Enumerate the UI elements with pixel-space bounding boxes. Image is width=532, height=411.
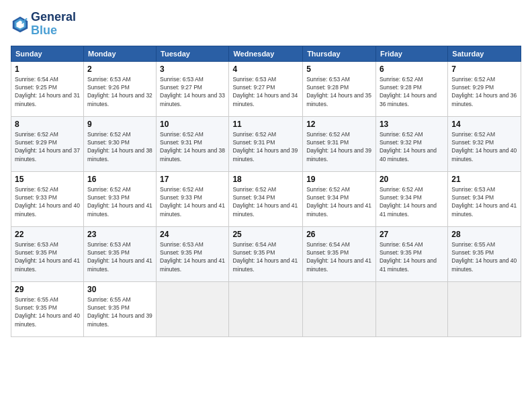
header: General Blue [11,11,521,38]
calendar-cell: 11 Sunrise: 6:52 AM Sunset: 9:31 PM Dayl… [229,116,303,171]
day-number: 14 [451,120,517,129]
day-number: 18 [232,175,299,184]
day-info: Sunrise: 6:55 AM Sunset: 9:35 PM Dayligh… [15,295,80,328]
day-number: 22 [15,230,80,239]
day-info: Sunrise: 6:54 AM Sunset: 9:35 PM Dayligh… [232,240,299,273]
day-number: 4 [232,64,299,74]
day-info: Sunrise: 6:52 AM Sunset: 9:32 PM Dayligh… [451,130,517,163]
day-info: Sunrise: 6:52 AM Sunset: 9:31 PM Dayligh… [160,130,225,163]
day-info: Sunrise: 6:52 AM Sunset: 9:31 PM Dayligh… [306,130,372,163]
logo-icon [11,15,30,34]
calendar-cell [448,281,521,336]
day-info: Sunrise: 6:53 AM Sunset: 9:34 PM Dayligh… [451,185,517,218]
calendar-cell: 23 Sunrise: 6:53 AM Sunset: 9:35 PM Dayl… [83,226,156,281]
calendar-cell: 25 Sunrise: 6:54 AM Sunset: 9:35 PM Dayl… [229,226,303,281]
calendar-cell: 6 Sunrise: 6:52 AM Sunset: 9:28 PM Dayli… [375,61,447,116]
day-number: 23 [87,230,152,239]
day-number: 19 [306,175,372,184]
calendar-cell: 4 Sunrise: 6:53 AM Sunset: 9:27 PM Dayli… [229,61,303,116]
day-info: Sunrise: 6:52 AM Sunset: 9:29 PM Dayligh… [451,75,517,108]
day-info: Sunrise: 6:52 AM Sunset: 9:31 PM Dayligh… [232,130,299,163]
day-number: 15 [15,175,80,184]
calendar-cell: 15 Sunrise: 6:52 AM Sunset: 9:33 PM Dayl… [11,171,84,226]
day-number: 8 [15,120,80,129]
calendar-week-1: 1 Sunrise: 6:54 AM Sunset: 9:25 PM Dayli… [11,61,521,116]
calendar-week-4: 22 Sunrise: 6:53 AM Sunset: 9:35 PM Dayl… [11,226,521,281]
day-number: 6 [380,64,444,74]
day-info: Sunrise: 6:53 AM Sunset: 9:35 PM Dayligh… [160,240,225,273]
day-info: Sunrise: 6:52 AM Sunset: 9:32 PM Dayligh… [380,130,444,163]
day-info: Sunrise: 6:55 AM Sunset: 9:35 PM Dayligh… [87,295,152,328]
calendar-header-wednesday: Wednesday [229,46,303,61]
calendar-week-3: 15 Sunrise: 6:52 AM Sunset: 9:33 PM Dayl… [11,171,521,226]
day-number: 29 [15,285,80,294]
day-info: Sunrise: 6:52 AM Sunset: 9:29 PM Dayligh… [15,130,80,163]
logo-text: General Blue [31,11,76,38]
calendar-cell [375,281,447,336]
calendar-header-thursday: Thursday [303,46,376,61]
day-number: 21 [451,175,517,184]
calendar-cell: 22 Sunrise: 6:53 AM Sunset: 9:35 PM Dayl… [11,226,84,281]
calendar-week-2: 8 Sunrise: 6:52 AM Sunset: 9:29 PM Dayli… [11,116,521,171]
day-number: 16 [87,175,152,184]
day-number: 27 [380,230,444,239]
calendar-header-sunday: Sunday [11,46,84,61]
day-number: 9 [87,120,152,129]
calendar-cell: 30 Sunrise: 6:55 AM Sunset: 9:35 PM Dayl… [83,281,156,336]
calendar-header-tuesday: Tuesday [157,46,229,61]
day-info: Sunrise: 6:53 AM Sunset: 9:27 PM Dayligh… [232,75,299,108]
calendar-cell [229,281,303,336]
day-info: Sunrise: 6:52 AM Sunset: 9:30 PM Dayligh… [87,130,152,163]
calendar-header-friday: Friday [375,46,447,61]
calendar-cell: 17 Sunrise: 6:52 AM Sunset: 9:33 PM Dayl… [157,171,229,226]
calendar-cell: 26 Sunrise: 6:54 AM Sunset: 9:35 PM Dayl… [303,226,376,281]
day-info: Sunrise: 6:53 AM Sunset: 9:26 PM Dayligh… [87,75,152,108]
logo: General Blue [11,11,76,38]
day-info: Sunrise: 6:52 AM Sunset: 9:34 PM Dayligh… [306,185,372,218]
day-number: 13 [380,120,444,129]
day-number: 3 [160,64,225,74]
calendar-header-monday: Monday [83,46,156,61]
day-info: Sunrise: 6:52 AM Sunset: 9:28 PM Dayligh… [380,75,444,108]
calendar-cell: 1 Sunrise: 6:54 AM Sunset: 9:25 PM Dayli… [11,61,84,116]
day-number: 25 [232,230,299,239]
calendar-header-row: SundayMondayTuesdayWednesdayThursdayFrid… [11,46,521,61]
day-number: 11 [232,120,299,129]
calendar-cell: 27 Sunrise: 6:54 AM Sunset: 9:35 PM Dayl… [375,226,447,281]
calendar-header-saturday: Saturday [448,46,521,61]
day-number: 5 [306,64,372,74]
day-number: 2 [87,64,152,74]
day-number: 17 [160,175,225,184]
calendar-cell: 5 Sunrise: 6:53 AM Sunset: 9:28 PM Dayli… [303,61,376,116]
calendar-cell: 2 Sunrise: 6:53 AM Sunset: 9:26 PM Dayli… [83,61,156,116]
day-info: Sunrise: 6:53 AM Sunset: 9:35 PM Dayligh… [87,240,152,273]
calendar-week-5: 29 Sunrise: 6:55 AM Sunset: 9:35 PM Dayl… [11,281,521,336]
calendar-cell: 10 Sunrise: 6:52 AM Sunset: 9:31 PM Dayl… [157,116,229,171]
calendar-cell: 16 Sunrise: 6:52 AM Sunset: 9:33 PM Dayl… [83,171,156,226]
day-info: Sunrise: 6:54 AM Sunset: 9:35 PM Dayligh… [306,240,372,273]
day-info: Sunrise: 6:53 AM Sunset: 9:28 PM Dayligh… [306,75,372,108]
calendar-cell: 20 Sunrise: 6:52 AM Sunset: 9:34 PM Dayl… [375,171,447,226]
calendar-cell: 8 Sunrise: 6:52 AM Sunset: 9:29 PM Dayli… [11,116,84,171]
day-number: 26 [306,230,372,239]
calendar-cell: 14 Sunrise: 6:52 AM Sunset: 9:32 PM Dayl… [448,116,521,171]
day-number: 28 [451,230,517,239]
day-info: Sunrise: 6:52 AM Sunset: 9:33 PM Dayligh… [15,185,80,218]
calendar-cell: 7 Sunrise: 6:52 AM Sunset: 9:29 PM Dayli… [448,61,521,116]
day-info: Sunrise: 6:52 AM Sunset: 9:34 PM Dayligh… [232,185,299,218]
day-number: 12 [306,120,372,129]
calendar-cell: 18 Sunrise: 6:52 AM Sunset: 9:34 PM Dayl… [229,171,303,226]
day-number: 10 [160,120,225,129]
calendar-cell: 12 Sunrise: 6:52 AM Sunset: 9:31 PM Dayl… [303,116,376,171]
day-info: Sunrise: 6:55 AM Sunset: 9:35 PM Dayligh… [451,240,517,273]
day-number: 1 [15,64,80,74]
calendar-cell: 29 Sunrise: 6:55 AM Sunset: 9:35 PM Dayl… [11,281,84,336]
calendar-cell: 19 Sunrise: 6:52 AM Sunset: 9:34 PM Dayl… [303,171,376,226]
day-info: Sunrise: 6:52 AM Sunset: 9:33 PM Dayligh… [87,185,152,218]
calendar-table: SundayMondayTuesdayWednesdayThursdayFrid… [11,46,521,337]
page: General Blue SundayMondayTuesdayWednesda… [0,0,532,411]
calendar-cell: 28 Sunrise: 6:55 AM Sunset: 9:35 PM Dayl… [448,226,521,281]
day-number: 20 [380,175,444,184]
day-info: Sunrise: 6:53 AM Sunset: 9:35 PM Dayligh… [15,240,80,273]
calendar-cell: 3 Sunrise: 6:53 AM Sunset: 9:27 PM Dayli… [157,61,229,116]
